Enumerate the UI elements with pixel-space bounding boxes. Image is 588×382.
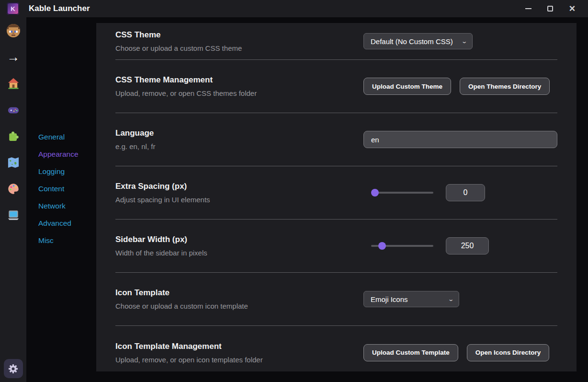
- setting-title: Extra Spacing (px): [115, 182, 210, 191]
- setting-description: Upload, remove, or open CSS themes folde…: [115, 89, 257, 97]
- setting-description: e.g. en, nl, fr: [115, 142, 155, 150]
- setting-description: Width of the sidebar in pixels: [115, 249, 207, 257]
- settings-panel: CSS Theme Choose or upload a custom CSS …: [96, 23, 577, 371]
- setting-row-css-theme-management: CSS Theme Management Upload, remove, or …: [115, 60, 557, 113]
- rail-item-themes[interactable]: [4, 182, 23, 196]
- rail-item-display[interactable]: [4, 208, 23, 222]
- extra-spacing-slider[interactable]: [371, 189, 433, 197]
- rail-item-games[interactable]: [4, 103, 23, 116]
- setting-title: Icon Template Management: [115, 342, 263, 351]
- slider-thumb[interactable]: [378, 242, 386, 250]
- icon-template-select[interactable]: Emoji Icons ⌄: [363, 291, 459, 307]
- icon-template-select-value: Emoji Icons: [371, 295, 408, 303]
- rail-item-plugins[interactable]: [4, 129, 23, 143]
- rail-item-settings[interactable]: [4, 359, 23, 378]
- setting-description: Upload, remove, or open icon templates f…: [115, 356, 263, 364]
- setting-row-icon-template-management: Icon Template Management Upload, remove,…: [115, 326, 557, 371]
- upload-custom-template-button[interactable]: Upload Custom Template: [363, 344, 458, 361]
- home-icon: [7, 77, 20, 90]
- chevron-down-icon: ⌄: [448, 296, 454, 302]
- settings-nav-column: General Appearance Logging Content Netwo…: [26, 17, 96, 382]
- nav-item-content[interactable]: Content: [38, 185, 79, 195]
- slider-track: [371, 192, 433, 194]
- minimize-icon: [525, 8, 531, 9]
- rail-item-home[interactable]: [4, 77, 23, 90]
- gear-icon: [7, 363, 19, 375]
- rail-item-profile[interactable]: [4, 24, 23, 37]
- nav-item-appearance[interactable]: Appearance: [38, 150, 79, 161]
- minimize-button[interactable]: [517, 1, 539, 16]
- close-button[interactable]: ×: [561, 1, 583, 16]
- setting-description: Choose or upload a custom icon template: [115, 302, 248, 310]
- setting-title: CSS Theme Management: [115, 75, 257, 85]
- palette-icon: [7, 182, 20, 196]
- setting-row-icon-template: Icon Template Choose or upload a custom …: [115, 273, 557, 326]
- slider-thumb[interactable]: [371, 189, 379, 197]
- rail-item-map[interactable]: [4, 156, 23, 169]
- chevron-down-icon: ⌄: [461, 38, 467, 45]
- arrow-right-icon: →: [7, 51, 20, 64]
- css-theme-select-value: Default (No Custom CSS): [371, 37, 453, 46]
- puzzle-piece-icon: [7, 129, 20, 143]
- map-icon: [7, 156, 20, 169]
- laptop-icon: [7, 208, 20, 222]
- sidebar-width-input[interactable]: [446, 237, 489, 255]
- extra-spacing-input[interactable]: [446, 184, 485, 201]
- language-input[interactable]: [363, 131, 557, 148]
- setting-description: Choose or upload a custom CSS theme: [115, 44, 242, 52]
- css-theme-select[interactable]: Default (No Custom CSS) ⌄: [363, 33, 473, 49]
- app-window: { "window": { "title": "Kable Launcher" …: [0, 0, 588, 382]
- close-icon: ×: [569, 3, 576, 14]
- rail-item-collapse[interactable]: →: [4, 50, 23, 64]
- open-icons-directory-button[interactable]: Open Icons Directory: [467, 344, 550, 361]
- setting-description: Adjust spacing in UI elements: [115, 196, 210, 204]
- nav-item-logging[interactable]: Logging: [38, 167, 79, 178]
- icon-rail: →: [0, 17, 26, 382]
- maximize-icon: [547, 6, 553, 12]
- upload-custom-theme-button[interactable]: Upload Custom Theme: [363, 78, 451, 95]
- open-themes-directory-button[interactable]: Open Themes Directory: [460, 78, 550, 95]
- app-logo-icon: K: [7, 2, 19, 15]
- settings-nav: General Appearance Logging Content Netwo…: [38, 133, 79, 254]
- nav-item-advanced[interactable]: Advanced: [38, 219, 79, 230]
- setting-title: Sidebar Width (px): [115, 235, 207, 244]
- setting-row-language: Language e.g. en, nl, fr: [115, 113, 557, 166]
- setting-title: Icon Template: [115, 288, 248, 298]
- window-controls: ×: [517, 1, 583, 16]
- nav-item-network[interactable]: Network: [38, 202, 79, 212]
- setting-row-extra-spacing: Extra Spacing (px) Adjust spacing in UI …: [115, 166, 557, 220]
- window-title: Kable Launcher: [29, 4, 90, 13]
- profile-avatar-icon: [7, 24, 20, 37]
- setting-title: Language: [115, 128, 155, 138]
- setting-row-sidebar-width: Sidebar Width (px) Width of the sidebar …: [115, 220, 557, 273]
- titlebar: K Kable Launcher ×: [0, 0, 588, 17]
- setting-row-css-theme: CSS Theme Choose or upload a custom CSS …: [115, 23, 557, 60]
- game-controller-icon: [7, 103, 20, 116]
- maximize-button[interactable]: [539, 1, 561, 16]
- nav-item-general[interactable]: General: [38, 133, 79, 143]
- setting-title: CSS Theme: [115, 30, 242, 40]
- sidebar-width-slider[interactable]: [371, 242, 433, 250]
- nav-item-misc[interactable]: Misc: [38, 236, 79, 247]
